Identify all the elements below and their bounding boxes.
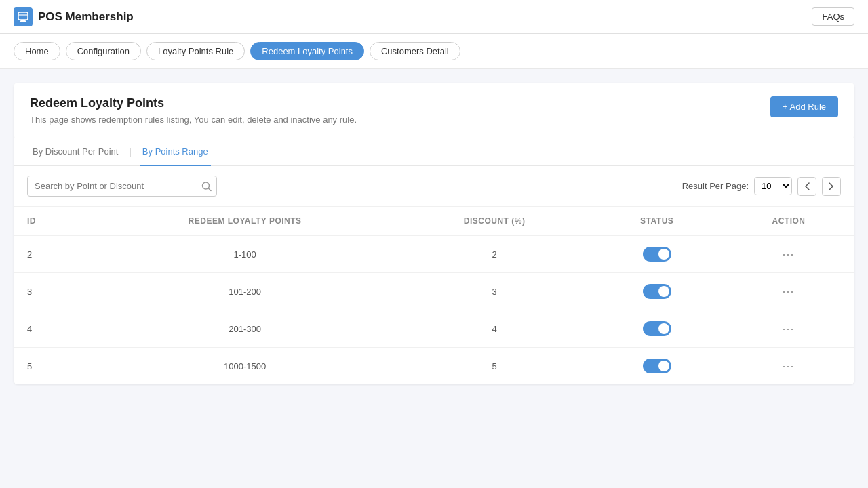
cell-id: 2 [14, 236, 92, 273]
toggle-wrap [604, 321, 709, 336]
svg-rect-0 [18, 12, 28, 20]
table-row: 3 101-200 3 ⋯ [14, 273, 854, 310]
cell-action: ⋯ [723, 236, 854, 273]
cell-id: 3 [14, 273, 92, 310]
chevron-right-icon [829, 182, 834, 190]
cell-status [591, 236, 722, 273]
app-header: POS Membership FAQs [0, 0, 868, 34]
pagination-next-button[interactable] [822, 177, 841, 196]
status-toggle[interactable] [643, 359, 671, 373]
cell-points-range: 1-100 [92, 236, 398, 273]
cell-points-range: 201-300 [92, 310, 398, 348]
tab-configuration[interactable]: Configuration [66, 42, 141, 60]
toggle-slider [643, 247, 671, 262]
page-description: This page shows redemption rules listing… [30, 115, 357, 125]
cell-status [591, 273, 722, 310]
cell-discount: 2 [398, 236, 591, 273]
toggle-wrap [604, 247, 709, 262]
pagination-label: Result Per Page: [682, 181, 749, 191]
cell-id: 5 [14, 348, 92, 385]
page-title: Redeem Loyalty Points [30, 96, 357, 110]
app-title: POS Membership [38, 10, 134, 24]
search-button[interactable] [201, 181, 212, 191]
cell-discount: 5 [398, 348, 591, 385]
search-icon [201, 181, 212, 191]
add-rule-button[interactable]: + Add Rule [770, 96, 838, 117]
toggle-slider [643, 284, 671, 299]
table-row: 4 201-300 4 ⋯ [14, 310, 854, 348]
tab-loyalty-points-rule[interactable]: Loyalty Points Rule [146, 42, 245, 60]
cell-discount: 3 [398, 273, 591, 310]
page-header-text: Redeem Loyalty Points This page shows re… [30, 96, 357, 125]
toggle-wrap [604, 284, 709, 299]
chevron-left-icon [804, 182, 810, 190]
search-input[interactable] [27, 176, 217, 197]
col-redeem-points: REDEEM LOYALTY POINTS [92, 207, 398, 236]
col-action: ACTION [723, 207, 854, 236]
pagination-wrap: Result Per Page: 10 25 50 100 [682, 177, 841, 196]
per-page-select[interactable]: 10 25 50 100 [754, 177, 792, 195]
status-toggle[interactable] [643, 321, 671, 336]
svg-line-5 [209, 188, 212, 191]
cell-discount: 4 [398, 310, 591, 348]
search-bar-row: Result Per Page: 10 25 50 100 [14, 166, 854, 207]
cell-status [591, 310, 722, 348]
main-card: Redeem Loyalty Points This page shows re… [14, 83, 854, 384]
pos-icon [18, 12, 28, 22]
cell-points-range: 101-200 [92, 273, 398, 310]
tab-home[interactable]: Home [14, 42, 60, 60]
toggle-wrap [604, 359, 709, 373]
table-section: Result Per Page: 10 25 50 100 [14, 166, 854, 384]
table-row: 5 1000-1500 5 ⋯ [14, 348, 854, 385]
cell-action: ⋯ [723, 348, 854, 385]
faqs-button[interactable]: FAQs [812, 7, 854, 26]
action-menu-button[interactable]: ⋯ [736, 321, 841, 336]
cell-id: 4 [14, 310, 92, 348]
status-toggle[interactable] [643, 284, 671, 299]
table-row: 2 1-100 2 ⋯ [14, 236, 854, 273]
svg-rect-1 [20, 20, 26, 21]
action-menu-button[interactable]: ⋯ [736, 284, 841, 299]
toggle-slider [643, 359, 671, 373]
col-discount: DISCOUNT (%) [398, 207, 591, 236]
sub-nav-by-discount[interactable]: By Discount Per Point [30, 138, 121, 166]
cell-status [591, 348, 722, 385]
action-menu-button[interactable]: ⋯ [736, 359, 841, 373]
page-content: Redeem Loyalty Points This page shows re… [0, 69, 868, 398]
col-id: ID [14, 207, 92, 236]
tab-redeem-loyalty-points[interactable]: Redeem Loyalty Points [250, 42, 364, 60]
search-input-wrap [27, 176, 217, 197]
toggle-slider [643, 321, 671, 336]
table-body: 2 1-100 2 ⋯ 3 101-200 3 [14, 236, 854, 385]
table-header: ID REDEEM LOYALTY POINTS DISCOUNT (%) ST… [14, 207, 854, 236]
page-header-section: Redeem Loyalty Points This page shows re… [14, 83, 854, 138]
sub-nav-by-points-range[interactable]: By Points Range [140, 138, 211, 166]
status-toggle[interactable] [643, 247, 671, 262]
cell-points-range: 1000-1500 [92, 348, 398, 385]
sub-nav-separator: | [129, 146, 131, 157]
tab-customers-detail[interactable]: Customers Detail [370, 42, 460, 60]
cell-action: ⋯ [723, 310, 854, 348]
sub-nav: By Discount Per Point | By Points Range [14, 138, 854, 166]
header-left: POS Membership [14, 7, 134, 26]
svg-rect-2 [20, 21, 26, 22]
col-status: STATUS [591, 207, 722, 236]
nav-tabs: Home Configuration Loyalty Points Rule R… [0, 34, 868, 69]
app-logo-icon [14, 7, 33, 26]
cell-action: ⋯ [723, 273, 854, 310]
pagination-prev-button[interactable] [797, 177, 816, 196]
action-menu-button[interactable]: ⋯ [736, 247, 841, 262]
table-header-row: ID REDEEM LOYALTY POINTS DISCOUNT (%) ST… [14, 207, 854, 236]
data-table: ID REDEEM LOYALTY POINTS DISCOUNT (%) ST… [14, 207, 854, 384]
